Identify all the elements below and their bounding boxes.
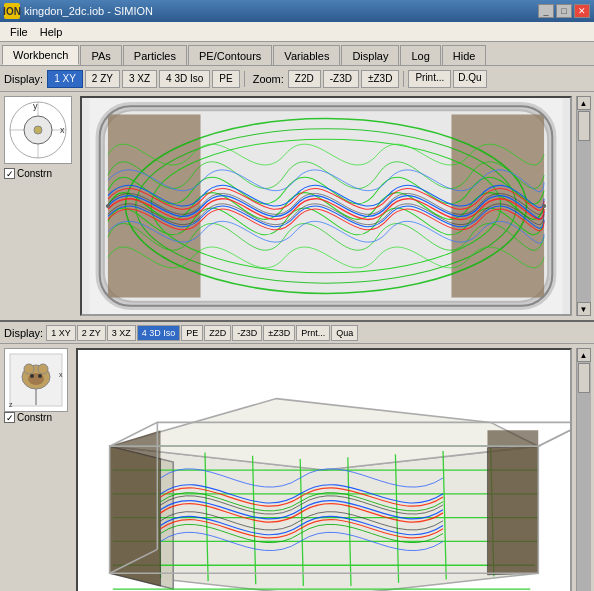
vertical-scrollbar-bottom[interactable]: ▲ ▼	[576, 348, 590, 591]
3d-simulation-canvas	[78, 350, 570, 591]
bottom-scroll-up[interactable]: ▲	[577, 348, 591, 362]
display-4-3diso-button[interactable]: 4 3D Iso	[159, 70, 210, 88]
minimize-button[interactable]: _	[538, 4, 554, 18]
title-bar-left: ION kingdon_2dc.iob - SIMION	[4, 3, 153, 19]
main-viewport-top[interactable]	[80, 96, 572, 316]
svg-text:x: x	[60, 125, 65, 135]
constrn-label-bottom: Constrn	[17, 412, 52, 423]
tab-pas[interactable]: PAs	[80, 45, 121, 65]
tab-workbench[interactable]: Workbench	[2, 45, 79, 65]
menu-file[interactable]: File	[4, 24, 34, 40]
title-bar: ION kingdon_2dc.iob - SIMION _ □ ✕	[0, 0, 594, 22]
print-button[interactable]: Print...	[408, 70, 451, 88]
app-icon: ION	[4, 3, 20, 19]
title-buttons: _ □ ✕	[538, 4, 590, 18]
svg-marker-50	[487, 446, 538, 575]
scroll-track[interactable]	[577, 110, 591, 302]
tab-pe-contours[interactable]: PE/Contours	[188, 45, 272, 65]
zoom-plusminus-z3d-button[interactable]: ±Z3D	[361, 70, 399, 88]
menu-help[interactable]: Help	[34, 24, 69, 40]
bottom-1xy-btn[interactable]: 1 XY	[46, 325, 76, 341]
svg-marker-52	[487, 430, 538, 447]
dq-button[interactable]: D.Qu	[453, 70, 486, 88]
svg-text:x: x	[59, 371, 63, 378]
bottom-3xz-btn[interactable]: 3 XZ	[107, 325, 136, 341]
bottom-viewport-area: z x ✓ Constrn	[0, 344, 594, 591]
axis-indicator-svg: x y	[5, 97, 71, 163]
mini-panel-bottom: z x ✓ Constrn	[4, 348, 72, 591]
zoom-label: Zoom:	[253, 73, 284, 85]
maximize-button[interactable]: □	[556, 4, 572, 18]
display-2zy-button[interactable]: 2 ZY	[85, 70, 120, 88]
svg-point-4	[34, 126, 42, 134]
tab-variables[interactable]: Variables	[273, 45, 340, 65]
bottom-axis-svg: z x	[5, 349, 67, 411]
bottom-scroll-thumb[interactable]	[578, 363, 590, 393]
constrn-checkbox-top[interactable]: ✓ Constrn	[4, 168, 76, 179]
bottom-pe-btn[interactable]: PE	[181, 325, 203, 341]
svg-point-21	[38, 364, 48, 374]
bottom-constrn-check-icon[interactable]: ✓	[4, 412, 15, 423]
menu-bar: File Help	[0, 22, 594, 42]
mini-view-top: x y	[4, 96, 72, 164]
zoom-neg-z3d-button[interactable]: -Z3D	[323, 70, 359, 88]
bottom-section: Display: 1 XY 2 ZY 3 XZ 4 3D Iso PE Z2D …	[0, 322, 594, 591]
display-label: Display:	[4, 73, 43, 85]
svg-point-24	[38, 374, 42, 378]
svg-point-22	[28, 373, 44, 385]
top-viewport-section: x y ✓ Constrn	[0, 92, 594, 322]
constrn-checkbox-bottom[interactable]: ✓ Constrn	[4, 412, 72, 423]
svg-point-17	[542, 204, 546, 208]
separator-1	[244, 71, 245, 87]
display-pe-button[interactable]: PE	[212, 70, 239, 88]
tab-bar: Workbench PAs Particles PE/Contours Vari…	[0, 42, 594, 66]
bottom-neg-z3d-btn[interactable]: -Z3D	[232, 325, 262, 341]
bottom-display-label: Display:	[4, 327, 43, 339]
bottom-qua-btn[interactable]: Qua	[331, 325, 358, 341]
scroll-up-arrow[interactable]: ▲	[577, 96, 591, 110]
bottom-print-btn[interactable]: Prnt...	[296, 325, 330, 341]
tab-display[interactable]: Display	[341, 45, 399, 65]
bottom-4-3diso-btn[interactable]: 4 3D Iso	[137, 325, 181, 341]
svg-point-23	[30, 374, 34, 378]
svg-marker-49	[110, 446, 161, 586]
display-bar: Display: 1 XY 2 ZY 3 XZ 4 3D Iso PE Zoom…	[0, 66, 594, 92]
svg-text:y: y	[33, 101, 38, 111]
display-3xz-button[interactable]: 3 XZ	[122, 70, 157, 88]
mini-panel-top: x y ✓ Constrn	[4, 96, 76, 316]
constrn-check-icon[interactable]: ✓	[4, 168, 15, 179]
bottom-z2d-btn[interactable]: Z2D	[204, 325, 231, 341]
main-content: x y ✓ Constrn	[0, 92, 594, 591]
close-button[interactable]: ✕	[574, 4, 590, 18]
svg-point-20	[24, 364, 34, 374]
svg-point-16	[106, 204, 110, 208]
bottom-toolbar: Display: 1 XY 2 ZY 3 XZ 4 3D Iso PE Z2D …	[0, 322, 594, 344]
bottom-scroll-track[interactable]	[577, 362, 591, 591]
bottom-pm-z3d-btn[interactable]: ±Z3D	[263, 325, 295, 341]
bottom-3d-viewport[interactable]	[76, 348, 572, 591]
constrn-label-top: Constrn	[17, 168, 52, 179]
mini-view-bottom: z x	[4, 348, 68, 412]
scroll-thumb[interactable]	[578, 111, 590, 141]
tab-particles[interactable]: Particles	[123, 45, 187, 65]
svg-text:z: z	[9, 401, 13, 408]
separator-2	[403, 71, 404, 87]
zoom-z2d-button[interactable]: Z2D	[288, 70, 321, 88]
bottom-2zy-btn[interactable]: 2 ZY	[77, 325, 106, 341]
simulation-canvas-top	[82, 98, 570, 314]
tab-hide[interactable]: Hide	[442, 45, 487, 65]
display-1xy-button[interactable]: 1 XY	[47, 70, 83, 88]
vertical-scrollbar-top[interactable]: ▲ ▼	[576, 96, 590, 316]
window-title: kingdon_2dc.iob - SIMION	[24, 5, 153, 17]
tab-log[interactable]: Log	[400, 45, 440, 65]
scroll-down-arrow[interactable]: ▼	[577, 302, 591, 316]
